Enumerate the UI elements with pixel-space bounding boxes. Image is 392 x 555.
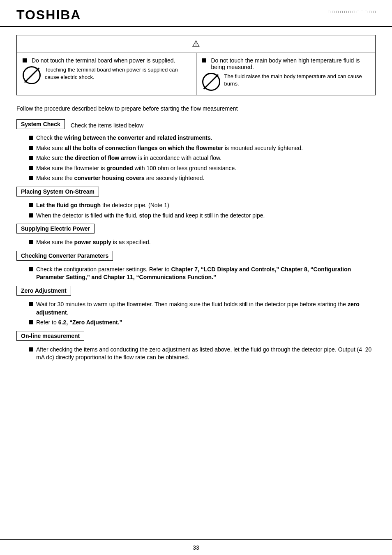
list-item: Check the wiring between the converter a… [29, 134, 376, 142]
list-item: After checking the items and conducting … [29, 346, 376, 362]
flow-label-online: On-line measurement [16, 331, 84, 341]
warning-cell-1-sub: Touching the terminal board when power i… [45, 66, 190, 81]
flow-label-electric: Supplying Electric Power [16, 224, 95, 234]
list-item: Make sure the power supply is as specifi… [29, 238, 376, 247]
list-item: When the detector is filled with the flu… [29, 212, 376, 220]
zero-bullets: Wait for 30 minutes to warm up the flowm… [29, 301, 376, 327]
flow-step-zero: Zero Adjustment Wait for 30 minutes to w… [16, 286, 376, 327]
intro-paragraph: Follow the procedure described below to … [16, 105, 376, 112]
placing-bullets: Let the fluid go through the detector pi… [29, 201, 376, 220]
bullet-icon-1 [23, 58, 27, 62]
flow-step-converter: Checking Converter Parameters Check the … [16, 251, 376, 282]
flow-steps: System Check Check the items listed belo… [16, 119, 376, 362]
flow-step-online: On-line measurement After checking the i… [16, 331, 376, 362]
no-sign-icon-2 [202, 73, 220, 91]
list-item: Make sure the flowmeter is grounded with… [29, 164, 376, 173]
page-header: TOSHIBA [0, 0, 392, 27]
toshiba-logo: TOSHIBA [16, 7, 81, 23]
list-item: Make sure the direction of flow arrow is… [29, 154, 376, 162]
page-footer: 33 [0, 539, 392, 555]
warning-box: ⚠ Do not touch the terminal board when p… [16, 35, 376, 95]
warning-row: Do not touch the terminal board when pow… [17, 53, 375, 95]
list-item: Wait for 30 minutes to warm up the flowm… [29, 301, 376, 317]
list-item: Check the configuration parameter settin… [29, 266, 376, 282]
warning-cell-1: Do not touch the terminal board when pow… [17, 53, 196, 95]
flow-step-placing: Placing System On-Stream Let the fluid g… [16, 187, 376, 220]
online-bullets: After checking the items and conducting … [29, 346, 376, 362]
main-content: ⚠ Do not touch the terminal board when p… [0, 27, 392, 382]
bullet-icon-2 [202, 58, 206, 62]
list-item: Make sure the converter housing covers a… [29, 174, 376, 183]
list-item: Make sure all the bolts of connection fl… [29, 144, 376, 153]
list-item: Refer to 6.2, “Zero Adjustment.” [29, 319, 376, 327]
warning-symbol: ⚠ [17, 35, 375, 53]
flow-step-system-check: System Check Check the items listed belo… [16, 119, 376, 183]
warning-cell-1-main: Do not touch the terminal board when pow… [32, 57, 175, 64]
warning-cell-2-main: Do not touch the main body when high tem… [211, 57, 370, 70]
no-sign-icon-1 [23, 66, 41, 84]
list-item: Let the fluid go through the detector pi… [29, 201, 376, 210]
flow-label-converter: Checking Converter Parameters [16, 251, 113, 261]
flow-step-electric: Supplying Electric Power Make sure the p… [16, 224, 376, 247]
page-number: 33 [193, 544, 199, 551]
flow-label-placing: Placing System On-Stream [16, 187, 99, 197]
electric-bullets: Make sure the power supply is as specifi… [29, 238, 376, 247]
flow-label-system-check: System Check [16, 119, 65, 129]
flow-desc-system-check: Check the items listed below [71, 122, 143, 129]
warning-cell-2-sub: The fluid raises the main body temperatu… [224, 73, 370, 88]
converter-bullets: Check the configuration parameter settin… [29, 266, 376, 282]
warning-cell-2: Do not touch the main body when high tem… [196, 53, 376, 95]
system-check-bullets: Check the wiring between the converter a… [29, 134, 376, 183]
header-decoration [328, 7, 376, 13]
flow-label-zero: Zero Adjustment [16, 286, 71, 296]
